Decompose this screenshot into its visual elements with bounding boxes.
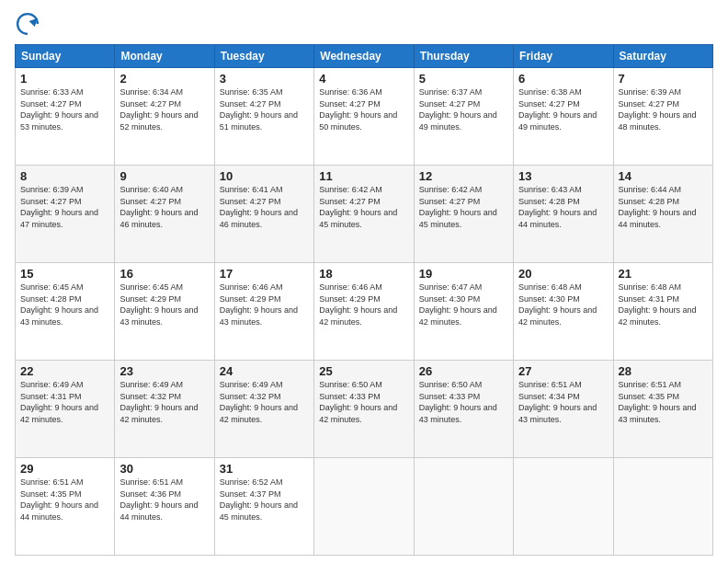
calendar-week-1: 1 Sunrise: 6:33 AMSunset: 4:27 PMDayligh…: [16, 68, 713, 166]
weekday-header-saturday: Saturday: [613, 45, 712, 68]
weekday-header-wednesday: Wednesday: [314, 45, 414, 68]
weekday-header-friday: Friday: [514, 45, 613, 68]
calendar-cell: 2 Sunrise: 6:34 AMSunset: 4:27 PMDayligh…: [115, 68, 214, 166]
calendar-cell: 6 Sunrise: 6:38 AMSunset: 4:27 PMDayligh…: [514, 68, 613, 166]
calendar-week-2: 8 Sunrise: 6:39 AMSunset: 4:27 PMDayligh…: [16, 166, 713, 263]
calendar-week-4: 22 Sunrise: 6:49 AMSunset: 4:31 PMDaylig…: [16, 361, 713, 458]
calendar-cell: 9 Sunrise: 6:40 AMSunset: 4:27 PMDayligh…: [115, 166, 214, 263]
day-info: Sunrise: 6:48 AMSunset: 4:30 PMDaylight:…: [518, 282, 597, 327]
calendar-table: SundayMondayTuesdayWednesdayThursdayFrid…: [15, 44, 713, 556]
day-number: 31: [220, 462, 309, 476]
day-number: 11: [319, 169, 408, 183]
day-number: 1: [20, 72, 109, 86]
day-number: 24: [220, 364, 309, 378]
calendar-cell: 11 Sunrise: 6:42 AMSunset: 4:27 PMDaylig…: [314, 166, 414, 263]
calendar-cell: 12 Sunrise: 6:42 AMSunset: 4:27 PMDaylig…: [414, 166, 513, 263]
day-info: Sunrise: 6:45 AMSunset: 4:28 PMDaylight:…: [20, 282, 98, 327]
calendar-cell: 28 Sunrise: 6:51 AMSunset: 4:35 PMDaylig…: [613, 361, 712, 458]
day-info: Sunrise: 6:52 AMSunset: 4:37 PMDaylight:…: [220, 477, 298, 522]
day-info: Sunrise: 6:45 AMSunset: 4:29 PMDaylight:…: [119, 282, 198, 327]
day-info: Sunrise: 6:37 AMSunset: 4:27 PMDaylight:…: [419, 87, 497, 132]
calendar-cell: 4 Sunrise: 6:36 AMSunset: 4:27 PMDayligh…: [314, 68, 414, 166]
calendar-cell: 23 Sunrise: 6:49 AMSunset: 4:32 PMDaylig…: [115, 361, 214, 458]
day-info: Sunrise: 6:49 AMSunset: 4:31 PMDaylight:…: [20, 380, 98, 424]
day-number: 23: [119, 364, 209, 378]
day-number: 26: [419, 364, 508, 378]
day-number: 14: [619, 169, 708, 183]
day-number: 12: [419, 169, 508, 183]
day-number: 16: [119, 267, 209, 281]
day-number: 15: [20, 267, 109, 281]
calendar-cell: 27 Sunrise: 6:51 AMSunset: 4:34 PMDaylig…: [514, 361, 613, 458]
day-number: 21: [619, 267, 708, 281]
calendar-cell: 19 Sunrise: 6:47 AMSunset: 4:30 PMDaylig…: [414, 263, 513, 361]
day-number: 9: [119, 169, 209, 183]
day-info: Sunrise: 6:39 AMSunset: 4:27 PMDaylight:…: [20, 185, 98, 229]
day-info: Sunrise: 6:43 AMSunset: 4:28 PMDaylight:…: [518, 185, 597, 229]
calendar-cell: 3 Sunrise: 6:35 AMSunset: 4:27 PMDayligh…: [214, 68, 313, 166]
day-info: Sunrise: 6:49 AMSunset: 4:32 PMDaylight:…: [220, 380, 298, 424]
day-number: 6: [518, 72, 608, 86]
day-info: Sunrise: 6:48 AMSunset: 4:31 PMDaylight:…: [619, 282, 697, 327]
day-info: Sunrise: 6:47 AMSunset: 4:30 PMDaylight:…: [419, 282, 497, 327]
logo-icon: [15, 11, 40, 37]
day-number: 13: [518, 169, 608, 183]
day-info: Sunrise: 6:49 AMSunset: 4:32 PMDaylight:…: [119, 380, 198, 424]
calendar-cell: 29 Sunrise: 6:51 AMSunset: 4:35 PMDaylig…: [16, 458, 115, 556]
calendar-cell: 25 Sunrise: 6:50 AMSunset: 4:33 PMDaylig…: [314, 361, 414, 458]
day-number: 25: [319, 364, 408, 378]
calendar-cell: 15 Sunrise: 6:45 AMSunset: 4:28 PMDaylig…: [16, 263, 115, 361]
day-number: 8: [20, 169, 109, 183]
day-info: Sunrise: 6:41 AMSunset: 4:27 PMDaylight:…: [220, 185, 298, 229]
day-info: Sunrise: 6:51 AMSunset: 4:35 PMDaylight:…: [619, 380, 697, 424]
calendar-cell: 31 Sunrise: 6:52 AMSunset: 4:37 PMDaylig…: [214, 458, 313, 556]
day-number: 27: [518, 364, 608, 378]
day-number: 5: [419, 72, 508, 86]
calendar-cell: [613, 458, 712, 556]
calendar-cell: 17 Sunrise: 6:46 AMSunset: 4:29 PMDaylig…: [214, 263, 313, 361]
calendar-cell: [514, 458, 613, 556]
day-info: Sunrise: 6:38 AMSunset: 4:27 PMDaylight:…: [518, 87, 597, 132]
day-info: Sunrise: 6:46 AMSunset: 4:29 PMDaylight:…: [220, 282, 298, 327]
calendar-cell: 5 Sunrise: 6:37 AMSunset: 4:27 PMDayligh…: [414, 68, 513, 166]
calendar-cell: [414, 458, 513, 556]
day-info: Sunrise: 6:50 AMSunset: 4:33 PMDaylight:…: [419, 380, 497, 424]
calendar-cell: 30 Sunrise: 6:51 AMSunset: 4:36 PMDaylig…: [115, 458, 214, 556]
day-number: 2: [119, 72, 209, 86]
calendar-cell: 1 Sunrise: 6:33 AMSunset: 4:27 PMDayligh…: [16, 68, 115, 166]
calendar-cell: 16 Sunrise: 6:45 AMSunset: 4:29 PMDaylig…: [115, 263, 214, 361]
day-info: Sunrise: 6:33 AMSunset: 4:27 PMDaylight:…: [20, 87, 98, 132]
calendar-cell: 20 Sunrise: 6:48 AMSunset: 4:30 PMDaylig…: [514, 263, 613, 361]
day-info: Sunrise: 6:50 AMSunset: 4:33 PMDaylight:…: [319, 380, 397, 424]
calendar-cell: 13 Sunrise: 6:43 AMSunset: 4:28 PMDaylig…: [514, 166, 613, 263]
calendar-cell: 22 Sunrise: 6:49 AMSunset: 4:31 PMDaylig…: [16, 361, 115, 458]
day-info: Sunrise: 6:39 AMSunset: 4:27 PMDaylight:…: [619, 87, 697, 132]
day-info: Sunrise: 6:51 AMSunset: 4:34 PMDaylight:…: [518, 380, 597, 424]
day-number: 30: [119, 462, 209, 476]
calendar-cell: 26 Sunrise: 6:50 AMSunset: 4:33 PMDaylig…: [414, 361, 513, 458]
weekday-header-thursday: Thursday: [414, 45, 513, 68]
calendar-cell: 21 Sunrise: 6:48 AMSunset: 4:31 PMDaylig…: [613, 263, 712, 361]
day-number: 20: [518, 267, 608, 281]
day-info: Sunrise: 6:51 AMSunset: 4:35 PMDaylight:…: [20, 477, 98, 522]
day-info: Sunrise: 6:35 AMSunset: 4:27 PMDaylight:…: [220, 87, 298, 132]
day-info: Sunrise: 6:34 AMSunset: 4:27 PMDaylight:…: [119, 87, 198, 132]
day-info: Sunrise: 6:40 AMSunset: 4:27 PMDaylight:…: [119, 185, 198, 229]
day-number: 28: [619, 364, 708, 378]
calendar-cell: 7 Sunrise: 6:39 AMSunset: 4:27 PMDayligh…: [613, 68, 712, 166]
calendar-week-5: 29 Sunrise: 6:51 AMSunset: 4:35 PMDaylig…: [16, 458, 713, 556]
calendar-cell: 14 Sunrise: 6:44 AMSunset: 4:28 PMDaylig…: [613, 166, 712, 263]
calendar-cell: 8 Sunrise: 6:39 AMSunset: 4:27 PMDayligh…: [16, 166, 115, 263]
calendar-cell: [314, 458, 414, 556]
day-info: Sunrise: 6:44 AMSunset: 4:28 PMDaylight:…: [619, 185, 697, 229]
logo: [15, 11, 44, 37]
day-info: Sunrise: 6:46 AMSunset: 4:29 PMDaylight:…: [319, 282, 397, 327]
day-info: Sunrise: 6:42 AMSunset: 4:27 PMDaylight:…: [419, 185, 497, 229]
day-number: 7: [619, 72, 708, 86]
day-number: 19: [419, 267, 508, 281]
weekday-header-sunday: Sunday: [16, 45, 115, 68]
calendar-week-3: 15 Sunrise: 6:45 AMSunset: 4:28 PMDaylig…: [16, 263, 713, 361]
weekday-header-monday: Monday: [115, 45, 214, 68]
weekday-header-tuesday: Tuesday: [214, 45, 313, 68]
day-number: 22: [20, 364, 109, 378]
